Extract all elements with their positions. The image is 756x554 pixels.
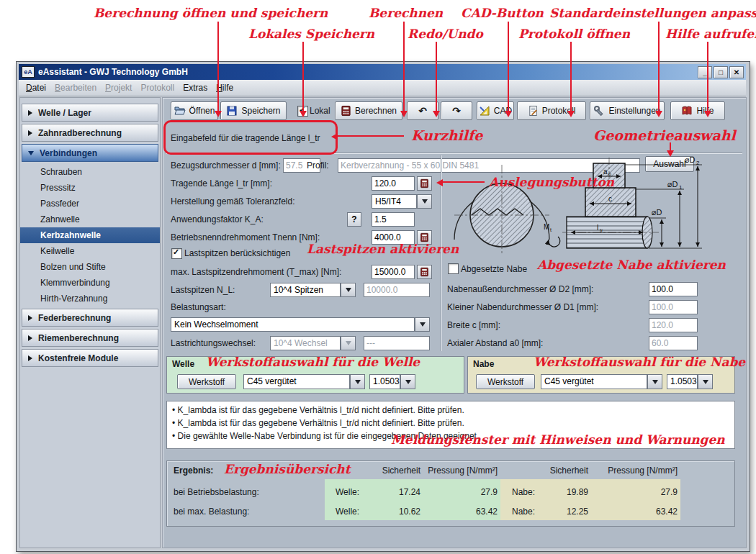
breite-input: 120.0 — [649, 318, 698, 332]
annotation-meldungsfenster: Meldungsfenster mit Hinweisen und Warnun… — [391, 432, 725, 447]
results-row-label: bei max. Belastung: — [174, 507, 249, 517]
app-icon: eA — [22, 66, 35, 78]
open-button[interactable]: Öffnen — [171, 101, 218, 120]
tragende-laenge-calc-button[interactable] — [417, 176, 432, 191]
sidebar-navigation: Welle / Lager Zahnradberechnung Verbindu… — [19, 97, 161, 548]
welle-material-number-select[interactable]: 1.0503 — [369, 374, 400, 389]
nabe-material-number-select[interactable]: 1.0503 — [667, 374, 698, 389]
chevron-down-icon — [422, 199, 428, 204]
calculator-icon — [420, 267, 429, 277]
annotation-arrow-line — [670, 142, 671, 150]
sidebar-section-label: Kostenfreie Module — [38, 353, 118, 363]
berechnen-button[interactable]: Berechnen — [335, 101, 402, 120]
sidebar-item-klemmverbindung[interactable]: Klemmverbindung — [20, 275, 160, 291]
sidebar-section-verbindungen[interactable]: Verbindungen — [22, 144, 158, 162]
save-button-label: Speichern — [241, 106, 280, 116]
menu-datei[interactable]: Datei — [24, 81, 53, 94]
tragende-laenge-input[interactable]: 120.0 — [372, 176, 415, 191]
sidebar-section-federberechnung[interactable]: Federberechnung — [22, 309, 158, 327]
sidebar-section-label: Zahnradberechnung — [38, 128, 122, 138]
lastspitzen-nl-select[interactable]: 10^4 Spitzen — [270, 283, 341, 297]
hilfe-button[interactable]: Hilfe — [670, 101, 725, 120]
chevron-right-icon — [28, 130, 32, 136]
maximize-button[interactable]: □ — [714, 66, 728, 78]
annotation-arrow-line — [436, 42, 437, 111]
chevron-right-icon — [28, 355, 32, 361]
belastungsart-select[interactable]: Kein Wechselmoment — [171, 317, 415, 332]
sidebar-item-passfeder[interactable]: Passfeder — [20, 196, 160, 212]
sidebar-section-welle-lager[interactable]: Welle / Lager — [22, 104, 158, 122]
toleranzfeld-label: Herstellung gemäß Toleranzfeld: — [171, 196, 295, 206]
annotation-calculate: Berechnen — [369, 6, 443, 20]
save-button[interactable]: Speichern — [220, 101, 287, 120]
sidebar-item-kerbzahnwelle[interactable]: Kerbzahnwelle — [20, 227, 160, 243]
toleranzfeld-select[interactable]: H5/IT4 — [372, 194, 417, 209]
tragende-laenge-label: Tragende Länge l_tr [mm]: — [171, 178, 272, 189]
max-lastspitzenmoment-input[interactable]: 15000.0 — [372, 265, 415, 279]
sidebar-item-presssitz[interactable]: Presssitz — [20, 180, 160, 196]
close-button[interactable]: ✕ — [729, 66, 744, 78]
window-title: eAssistant - GWJ Technology GmbH — [38, 67, 188, 77]
lastspitzen-nl-select-arrow[interactable] — [341, 283, 356, 297]
lastspitzen-checkbox[interactable] — [171, 248, 182, 259]
redo-icon: ↷ — [452, 106, 461, 116]
annotation-arrow-head — [505, 111, 512, 117]
annotation-arrow-line — [443, 181, 485, 183]
annotation-geometrieauswahl: Geometrieauswahl — [593, 127, 736, 143]
annotation-abgesetzte-nabe: Abgesetzte Nabe aktivieren — [537, 258, 726, 272]
annotation-arrow-line — [302, 42, 304, 111]
abgesetzte-nabe-checkbox[interactable] — [448, 263, 459, 274]
calculator-icon — [420, 178, 429, 189]
lastrichtungswechsel-input: --- — [364, 336, 430, 350]
results-header-pressung-welle: Pressung [N/mm²] — [409, 466, 498, 476]
einstellungen-button[interactable]: Einstellungen — [590, 101, 665, 120]
sidebar-item-schrauben[interactable]: Schrauben — [20, 164, 160, 180]
belastungsart-select-arrow[interactable] — [415, 317, 430, 332]
results-header-pressung-nabe: Pressung [N/mm²] — [589, 466, 678, 476]
chevron-down-icon — [346, 341, 351, 345]
protokoll-button[interactable]: Protokoll — [517, 101, 586, 120]
d2-label: Nabenaußendurchmesser Ø D2 [mm]: — [447, 284, 593, 294]
d2-input[interactable]: 100.0 — [649, 282, 698, 296]
open-button-label: Öffnen — [189, 106, 215, 116]
nabe-material-number-arrow[interactable] — [698, 374, 713, 389]
menu-extras[interactable]: Extras — [181, 81, 215, 94]
nabe-material-select-arrow[interactable] — [647, 374, 662, 389]
welle-material-select[interactable]: C45 vergütet — [243, 374, 350, 389]
annotation-arrow-line — [217, 22, 219, 111]
max-lastspitzenmoment-calc-button[interactable] — [417, 265, 432, 279]
belastungsart-label: Belastungsart: — [171, 302, 226, 312]
breite-label: Breite c [mm]: — [447, 320, 500, 330]
annotation-arrow-line — [508, 22, 509, 111]
title-bar[interactable]: eA eAssistant - GWJ Technology GmbH _ □ … — [19, 64, 746, 80]
annotation-open-save: Berechnung öffnen und speichern — [94, 6, 328, 20]
nabe-werkstoff-button[interactable]: Werkstoff — [476, 374, 535, 389]
nabe-material-select[interactable]: C45 vergütet — [541, 374, 647, 389]
sidebar-item-keilwelle[interactable]: Keilwelle — [20, 243, 160, 259]
annotation-arrow-head — [667, 150, 674, 157]
calculator-icon — [420, 232, 429, 242]
redo-button[interactable]: ↷ — [441, 101, 472, 120]
welle-material-select-arrow[interactable] — [350, 374, 365, 389]
dim-label-d2: ⌀D — [685, 155, 696, 164]
sidebar-section-label: Welle / Lager — [38, 108, 91, 118]
sidebar-section-zahnradberechnung[interactable]: Zahnradberechnung — [22, 124, 158, 142]
sidebar-item-bolzen-stifte[interactable]: Bolzen und Stifte — [20, 259, 160, 275]
sidebar-section-riemenberechnung[interactable]: Riemenberechnung — [22, 329, 158, 347]
nabe-werkstoff-button-label: Werkstoff — [487, 377, 523, 387]
abstand-input: 60.0 — [649, 336, 698, 350]
chevron-down-icon — [420, 322, 426, 327]
anwendungsfaktor-input[interactable]: 1.5 — [372, 212, 415, 227]
anwendungsfaktor-help-button[interactable]: ? — [347, 212, 361, 227]
welle-material-number-arrow[interactable] — [400, 374, 415, 389]
sidebar-section-kostenfreie-module[interactable]: Kostenfreie Module — [22, 349, 158, 367]
annotation-cad-button: CAD-Button — [461, 6, 544, 20]
betriebsmoment-label: Betriebsnenndrehmoment Tnenn [Nm]: — [171, 232, 320, 242]
minimize-button[interactable]: _ — [698, 66, 712, 78]
sidebar-item-zahnwelle[interactable]: Zahnwelle — [20, 212, 160, 227]
annotation-help: Hilfe aufrufen — [665, 27, 756, 41]
welle-werkstoff-button[interactable]: Werkstoff — [177, 374, 236, 389]
torque-arrow — [549, 237, 560, 247]
toleranzfeld-select-arrow[interactable] — [417, 194, 432, 209]
sidebar-item-hirth-verzahnung[interactable]: Hirth-Verzahnung — [20, 291, 160, 306]
